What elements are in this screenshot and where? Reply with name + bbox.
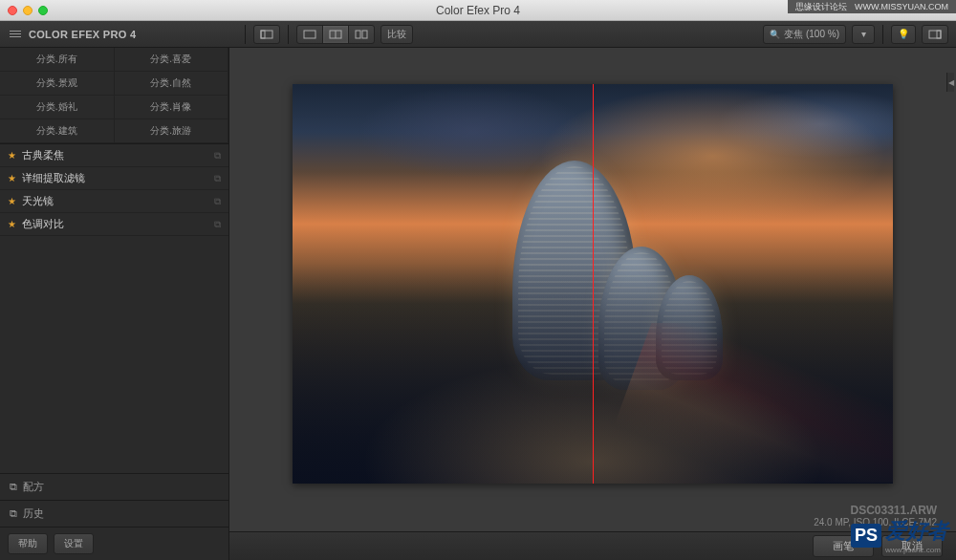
- view-split-button[interactable]: [322, 25, 349, 44]
- watermark-badge: PS: [851, 524, 881, 548]
- filter-item[interactable]: ★ 天光镜 ⧉: [0, 190, 228, 213]
- image-metadata: 24.0 MP, ISO 100, ILCE-7M2: [249, 517, 937, 528]
- filter-item[interactable]: ★ 古典柔焦 ⧉: [0, 144, 228, 167]
- bottom-action-bar: 画笔 取消: [229, 531, 956, 560]
- split-slider[interactable]: [593, 84, 594, 484]
- building-shape: [656, 275, 723, 380]
- side-view-icon: [355, 30, 368, 39]
- view-side-button[interactable]: [348, 25, 375, 44]
- category-grid: 分类.所有 分类.喜爱 分类.景观 分类.自然 分类.婚礼 分类.肖像 分类.建…: [0, 48, 228, 144]
- copy-icon[interactable]: ⧉: [214, 196, 221, 207]
- star-icon: ★: [8, 196, 16, 206]
- recipe-label: 配方: [23, 480, 44, 494]
- help-button[interactable]: 帮助: [8, 533, 48, 554]
- settings-button[interactable]: 设置: [54, 533, 94, 554]
- center-panel: ◀ DSC03311.ARW 24.0 MP, ISO 100, ILCE-7M…: [229, 48, 956, 560]
- main-toolbar: COLOR EFEX PRO 4 比较 变焦 (100 %) ▾ 💡: [0, 21, 956, 48]
- filter-label: 天光镜: [22, 194, 54, 208]
- watermark-bottom: PS 爱好者 www.psahz.com: [851, 517, 948, 554]
- watermark-url: WWW.MISSYUAN.COM: [855, 2, 948, 11]
- filter-item[interactable]: ★ 色调对比 ⧉: [0, 213, 228, 236]
- view-mode-group: [296, 25, 375, 44]
- category-nature[interactable]: 分类.自然: [115, 72, 229, 96]
- panel-left-icon: [260, 30, 273, 39]
- svg-rect-2: [304, 31, 315, 38]
- star-icon: ★: [8, 150, 16, 161]
- filter-label: 古典柔焦: [22, 148, 64, 162]
- building-shape: [598, 247, 684, 390]
- compare-button[interactable]: 比较: [380, 25, 413, 44]
- view-single-button[interactable]: [296, 25, 323, 44]
- history-label: 历史: [23, 506, 44, 521]
- category-landscape[interactable]: 分类.景观: [0, 72, 115, 96]
- panel-right-icon: [928, 30, 942, 39]
- star-icon: ★: [8, 219, 16, 229]
- app-title: COLOR EFEX PRO 4: [29, 29, 136, 40]
- category-portrait[interactable]: 分类.肖像: [115, 96, 229, 119]
- canvas-area: ◀: [229, 48, 956, 500]
- filter-item[interactable]: ★ 详细提取滤镜 ⧉: [0, 167, 228, 190]
- expand-right-panel-button[interactable]: ◀: [946, 73, 954, 92]
- preview-image[interactable]: [293, 84, 893, 484]
- filter-label: 详细提取滤镜: [22, 171, 85, 185]
- history-icon: ⧉: [10, 507, 17, 520]
- copy-icon[interactable]: ⧉: [214, 219, 221, 230]
- split-view-icon: [329, 30, 342, 39]
- search-icon: [770, 29, 780, 39]
- svg-rect-6: [362, 31, 367, 38]
- zoom-label: 变焦 (100 %): [784, 28, 839, 41]
- single-view-icon: [303, 30, 316, 39]
- category-travel[interactable]: 分类.旅游: [115, 119, 229, 143]
- copy-icon[interactable]: ⧉: [214, 173, 221, 184]
- watermark-text: 爱好者: [885, 517, 948, 546]
- svg-rect-5: [356, 31, 360, 38]
- history-section[interactable]: ⧉ 历史: [0, 500, 228, 527]
- svg-rect-7: [929, 31, 941, 38]
- svg-rect-8: [937, 31, 941, 38]
- watermark-forum: 思缘设计论坛: [795, 1, 847, 13]
- left-sidebar: 分类.所有 分类.喜爱 分类.景观 分类.自然 分类.婚礼 分类.肖像 分类.建…: [0, 48, 229, 560]
- watermark-sub: www.psahz.com: [885, 546, 948, 554]
- svg-rect-0: [261, 31, 272, 38]
- category-wedding[interactable]: 分类.婚礼: [0, 96, 115, 119]
- star-icon: ★: [8, 173, 16, 183]
- lightbulb-button[interactable]: 💡: [891, 25, 916, 44]
- collapse-left-button[interactable]: [253, 25, 280, 44]
- recipe-section[interactable]: ⧉ 配方: [0, 473, 228, 500]
- image-filename: DSC03311.ARW: [249, 504, 937, 517]
- category-architecture[interactable]: 分类.建筑: [0, 119, 115, 143]
- menu-icon[interactable]: [8, 29, 23, 39]
- zoom-control[interactable]: 变焦 (100 %): [763, 25, 846, 44]
- filter-list: ★ 古典柔焦 ⧉ ★ 详细提取滤镜 ⧉ ★ 天光镜 ⧉ ★ 色调对比 ⧉: [0, 144, 228, 236]
- recipe-icon: ⧉: [10, 481, 17, 493]
- svg-rect-1: [261, 31, 265, 38]
- watermark-top: 思缘设计论坛 WWW.MISSYUAN.COM: [788, 0, 956, 13]
- copy-icon[interactable]: ⧉: [214, 150, 221, 162]
- building-shape: [512, 161, 637, 380]
- collapse-right-button[interactable]: [922, 25, 948, 44]
- image-info: DSC03311.ARW 24.0 MP, ISO 100, ILCE-7M2: [229, 500, 956, 531]
- category-favorite[interactable]: 分类.喜爱: [115, 48, 229, 72]
- road-lights: [594, 323, 893, 483]
- category-all[interactable]: 分类.所有: [0, 48, 115, 72]
- zoom-dropdown-button[interactable]: ▾: [852, 25, 875, 44]
- filter-label: 色调对比: [22, 217, 64, 231]
